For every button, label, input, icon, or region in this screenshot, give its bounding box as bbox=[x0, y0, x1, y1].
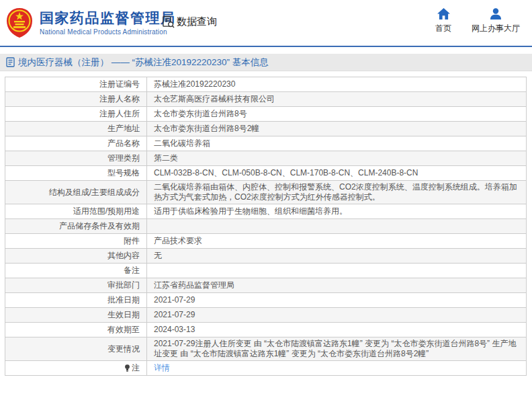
document-search-icon bbox=[162, 15, 175, 28]
row-label: 批准日期 bbox=[5, 293, 147, 308]
row-label: 注册人名称 bbox=[5, 92, 147, 107]
person-icon bbox=[490, 8, 502, 19]
data-query-label: 数据查询 bbox=[177, 15, 217, 28]
row-label: 型号规格 bbox=[5, 166, 147, 181]
site-header: 国家药品监督管理局 National Medical Products Admi… bbox=[0, 0, 532, 47]
detail-link[interactable]: 详情 bbox=[154, 363, 170, 372]
nav-home[interactable]: 首页 bbox=[435, 8, 451, 34]
row-value: 无 bbox=[147, 249, 527, 264]
row-label: 生效日期 bbox=[5, 308, 147, 323]
row-value: 太仓市娄东街道台州路8号2幢 bbox=[147, 122, 527, 136]
page-title: 境内医疗器械（注册） —— “苏械注准20192220230” 基本信息 bbox=[18, 56, 269, 69]
row-label: 注 bbox=[5, 361, 147, 376]
row-value: 适用于供临床检验用于生物细胞、组织和细菌培养用。 bbox=[147, 204, 527, 219]
row-label: 注册人住所 bbox=[5, 107, 147, 122]
table-row: 批准日期2021-07-29 bbox=[5, 293, 527, 308]
table-row: 适用范围/预期用途适用于供临床检验用于生物细胞、组织和细菌培养用。 bbox=[5, 204, 527, 219]
table-row: 注册人名称太仓艺斯高医疗器械科技有限公司 bbox=[5, 92, 527, 107]
row-label: 适用范围/预期用途 bbox=[5, 204, 147, 219]
row-value: 第二类 bbox=[147, 151, 527, 166]
row-value: 太仓艺斯高医疗器械科技有限公司 bbox=[147, 92, 527, 107]
row-label: 生产地址 bbox=[5, 122, 147, 136]
nav-hall-label: 网上办事大厅 bbox=[472, 23, 520, 34]
national-emblem-icon bbox=[5, 7, 34, 38]
page-title-bar: 境内医疗器械（注册） —— “苏械注准20192220230” 基本信息 bbox=[0, 54, 532, 71]
table-row: 变更情况2021-07-29注册人住所变更 由 “太仓市陆渡镇富达路东1幢” 变… bbox=[5, 337, 527, 361]
row-label: 其他内容 bbox=[5, 249, 147, 264]
table-row: 产品名称二氧化碳培养箱 bbox=[5, 136, 527, 151]
row-value: 2021-07-29 bbox=[147, 308, 527, 323]
row-value: 江苏省药品监督管理局 bbox=[147, 278, 527, 293]
row-value bbox=[147, 264, 527, 278]
site-subtitle: National Medical Products Administration bbox=[40, 28, 176, 36]
row-value: 二氧化碳培养箱 bbox=[147, 136, 527, 151]
table-row: 附件产品技术要求 bbox=[5, 234, 527, 249]
row-value bbox=[147, 219, 527, 234]
row-label: 产品名称 bbox=[5, 136, 147, 151]
table-row: 审批部门江苏省药品监督管理局 bbox=[5, 278, 527, 293]
row-label: 审批部门 bbox=[5, 278, 147, 293]
table-row: 型号规格CLM-032B-8-CN、CLM-050B-8-CN、CLM-170B… bbox=[5, 166, 527, 181]
row-label: 管理类别 bbox=[5, 151, 147, 166]
table-row: 有效期至2024-03-13 bbox=[5, 323, 527, 337]
document-icon bbox=[6, 57, 15, 67]
table-row: 注册证编号苏械注准20192220230 bbox=[5, 77, 527, 92]
table-row: 管理类别第二类 bbox=[5, 151, 527, 166]
row-label: 结构及组成/主要组成成分 bbox=[5, 181, 147, 204]
table-row: 注详情 bbox=[5, 361, 527, 376]
site-logo: 国家药品监督管理局 National Medical Products Admi… bbox=[5, 7, 176, 38]
table-row: 结构及组成/主要组成成分二氧化碳培养箱由箱体、内腔体、控制和报警系统、CO2浓度… bbox=[5, 181, 527, 204]
row-value: 详情 bbox=[147, 361, 527, 376]
home-icon bbox=[437, 8, 450, 19]
row-value: 2021-07-29 bbox=[147, 293, 527, 308]
bulb-icon bbox=[124, 364, 130, 374]
site-title: 国家药品监督管理局 bbox=[40, 10, 176, 26]
table-row: 产品储存条件及有效期 bbox=[5, 219, 527, 234]
table-row: 其他内容无 bbox=[5, 249, 527, 264]
row-value: CLM-032B-8-CN、CLM-050B-8-CN、CLM-170B-8-C… bbox=[147, 166, 527, 181]
row-value: 2021-07-29注册人住所变更 由 “太仓市陆渡镇富达路东1幢” 变更为 “… bbox=[147, 337, 527, 361]
table-row: 注册人住所太仓市娄东街道台州路8号 bbox=[5, 107, 527, 122]
info-table-body: 注册证编号苏械注准20192220230注册人名称太仓艺斯高医疗器械科技有限公司… bbox=[5, 77, 527, 376]
row-value: 太仓市娄东街道台州路8号 bbox=[147, 107, 527, 122]
table-row: 备注 bbox=[5, 264, 527, 278]
data-query-button[interactable]: 数据查询 bbox=[162, 15, 217, 28]
top-nav: 首页 网上办事大厅 bbox=[435, 8, 520, 34]
table-row: 生效日期2021-07-29 bbox=[5, 308, 527, 323]
row-label: 变更情况 bbox=[5, 337, 147, 361]
row-value: 2024-03-13 bbox=[147, 323, 527, 337]
nav-service-hall[interactable]: 网上办事大厅 bbox=[472, 8, 520, 34]
table-row: 生产地址太仓市娄东街道台州路8号2幢 bbox=[5, 122, 527, 136]
row-value: 苏械注准20192220230 bbox=[147, 77, 527, 92]
row-value: 产品技术要求 bbox=[147, 234, 527, 249]
row-label: 有效期至 bbox=[5, 323, 147, 337]
row-label: 产品储存条件及有效期 bbox=[5, 219, 147, 234]
nav-home-label: 首页 bbox=[435, 23, 451, 34]
row-label: 附件 bbox=[5, 234, 147, 249]
row-label: 备注 bbox=[5, 264, 147, 278]
row-label: 注册证编号 bbox=[5, 77, 147, 92]
row-value: 二氧化碳培养箱由箱体、内腔体、控制和报警系统、CO2浓度控制系统、温度控制系统组… bbox=[147, 181, 527, 204]
registration-info-table: 注册证编号苏械注准20192220230注册人名称太仓艺斯高医疗器械科技有限公司… bbox=[5, 77, 527, 376]
